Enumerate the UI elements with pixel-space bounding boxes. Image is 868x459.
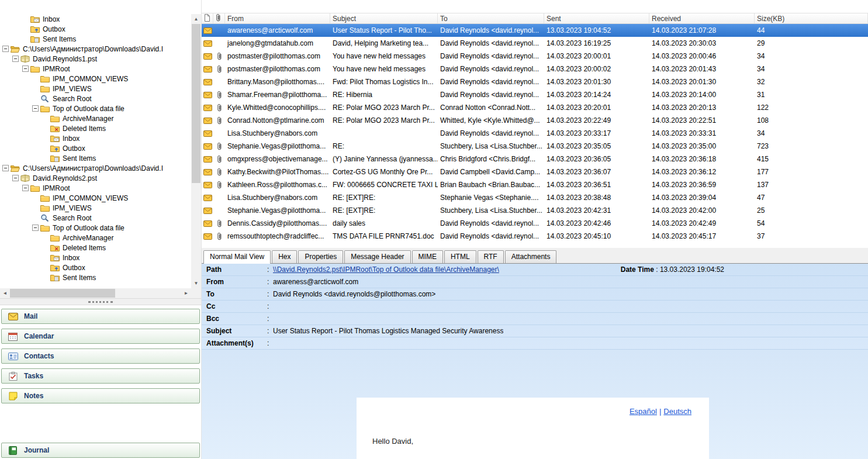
collapse-expander-icon[interactable] [2,165,9,171]
tab-mime[interactable]: MIME [412,250,443,263]
column-header-subject[interactable]: Subject [330,13,438,23]
folder-icon [30,65,40,73]
tree-item-ipm-views[interactable]: IPM_VIEWS [0,84,191,94]
scroll-up-arrow-icon[interactable]: ▲ [191,14,201,24]
tree-item-david-reynolds1-pst[interactable]: David.Reynolds1.pst [0,54,191,64]
tree-item-david-reynolds2-pst[interactable]: David.Reynolds2.pst [0,173,191,183]
mail-row[interactable]: Conrad.Notton@ptlmarine.comRE: Polar MGO… [202,114,868,127]
mail-row[interactable]: Shamar.Freeman@pilotthoma...RE: Hibernia… [202,88,868,101]
collapse-expander-icon[interactable] [12,56,19,62]
tree-item-sent-items[interactable]: Sent Items [0,153,191,163]
tree-item-inbox[interactable]: Inbox [0,133,191,143]
cell-size: 723 [755,142,868,150]
scroll-right-arrow-icon[interactable]: ► [181,288,191,298]
tree-vertical-scrollbar[interactable]: ▲ ▼ [191,14,201,288]
tree-item-top-of-outlook-data-file[interactable]: Top of Outlook data file [0,223,191,233]
tab-hex[interactable]: Hex [272,250,297,263]
folder-tree: InboxOutboxSent ItemsC:\Users\Администра… [0,14,191,288]
mail-row[interactable]: Lisa.Stuchbery@nabors.comRE: [EXT]RE:Ste… [202,191,868,204]
scroll-left-arrow-icon[interactable]: ◄ [0,288,10,298]
tree-item-inbox[interactable]: Inbox [0,253,191,263]
vertical-scrollbar-thumb[interactable] [192,24,200,183]
tree-item-ipm-views[interactable]: IPM_VIEWS [0,203,191,213]
collapse-expander-icon[interactable] [22,185,29,191]
tab-html[interactable]: HTML [444,250,476,263]
mail-row[interactable]: Stephanie.Vegas@pilotthoma...RE:Stuchber… [202,140,868,153]
mail-row[interactable]: Stephanie.Vegas@pilotthoma...RE: [EXT]RE… [202,204,868,217]
tree-item-archivemanager[interactable]: ArchiveManager [0,233,191,243]
mail-row[interactable]: omgxpress@objectivemanage...(Y) Janine Y… [202,153,868,165]
doc-column-header[interactable] [202,13,213,23]
column-header-received[interactable]: Received [649,13,755,23]
language-link-espanol[interactable]: Español [630,407,657,416]
mail-row[interactable]: janelong@gtmdatahub.comDavid, Helping Ma… [202,37,868,50]
nav-button-journal[interactable]: Journal [1,443,200,458]
cell-subject: Cortez-GS UG Monthly Ore Pr... [330,168,438,176]
tree-item-label: David.Reynolds1.pst [33,55,97,63]
outbox-icon [50,144,60,152]
mail-row[interactable]: postmaster@pilotthomas.comYou have new h… [202,50,868,63]
nav-button-calendar[interactable]: Calendar [1,329,200,344]
tree-item-archivemanager[interactable]: ArchiveManager [0,113,191,123]
tree-item-deleted-items[interactable]: Deleted Items [0,123,191,133]
tab-attachments[interactable]: Attachments [505,250,557,263]
tree-item-outbox[interactable]: Outbox [0,143,191,153]
mail-row[interactable]: Kathy.Beckwith@PilotThomas....Cortez-GS … [202,165,868,178]
language-link-deutsch[interactable]: Deutsch [663,407,691,416]
tab-properties[interactable]: Properties [298,250,343,263]
collapse-expander-icon[interactable] [12,175,19,181]
tree-item-outbox[interactable]: Outbox [0,263,191,272]
mail-row[interactable]: Lisa.Stuchbery@nabors.comDavid Reynolds … [202,127,868,140]
tree-item-ipm-common-views[interactable]: IPM_COMMON_VIEWS [0,193,191,203]
expander-spacer [42,125,49,132]
nav-button-mail[interactable]: Mail [1,309,200,324]
cell-subject: David, Helping Marketing tea... [330,39,438,47]
tree-item-ipmroot[interactable]: IPMRoot [0,64,191,74]
tab-normal-mail-view[interactable]: Normal Mail View [203,250,271,264]
nav-button-tasks[interactable]: Tasks [1,368,200,384]
mail-row[interactable]: postmaster@pilotthomas.comYou have new h… [202,63,868,75]
tree-item-top-of-outlook-data-file[interactable]: Top of Outlook data file [0,103,191,113]
detail-value-path[interactable]: \\David.Reynolds2.pst\IPMRoot\Top of Out… [273,265,499,274]
tree-item-deleted-items[interactable]: Deleted Items [0,243,191,253]
collapse-expander-icon[interactable] [32,225,39,231]
vertical-scrollbar-track[interactable] [191,183,201,278]
column-header-to[interactable]: To [438,13,544,23]
tree-item-ipm-common-views[interactable]: IPM_COMMON_VIEWS [0,74,191,84]
tree-item-outbox[interactable]: Outbox [0,24,191,34]
mail-row[interactable]: Dennis.Cassidy@pilotthomas....daily sale… [202,217,868,230]
tree-item-c-users-downloads-david-i[interactable]: C:\Users\Администратор\Downloads\David.I [0,44,191,54]
column-header-size-kb[interactable]: Size(KB) [755,13,868,23]
collapse-expander-icon[interactable] [22,65,29,72]
clip-column-header[interactable] [213,13,225,23]
tab-message-header[interactable]: Message Header [344,250,410,263]
mail-row[interactable]: awareness@arcticwolf.comUser Status Repo… [202,24,868,37]
tree-item-sent-items[interactable]: Sent Items [0,34,191,44]
tree-item-label: Top of Outlook data file [53,224,125,232]
tree-item-search-root[interactable]: Search Root [0,94,191,103]
tree-item-search-root[interactable]: Search Root [0,213,191,223]
nav-button-notes[interactable]: Notes [1,388,200,403]
pane-splitter[interactable] [0,298,201,305]
outbox-icon [30,25,40,33]
mail-row[interactable]: Brittany.Mason@pilotthomas....Fwd: Pilot… [202,75,868,88]
scroll-down-arrow-icon[interactable]: ▼ [191,278,201,288]
tree-horizontal-scrollbar[interactable]: ◄ ► [0,288,191,298]
collapse-expander-icon[interactable] [2,46,9,52]
nav-button-contacts[interactable]: Contacts [1,348,200,364]
tree-item-sent-items[interactable]: Sent Items [0,272,191,282]
tree-item-c-users-downloads-david-i[interactable]: C:\Users\Администратор\Downloads\David.I [0,163,191,173]
mail-row[interactable]: Kathleen.Ross@pilotthomas.c...FW: 000666… [202,178,868,191]
mail-row[interactable]: remssouthtoptech@radcliffec...TMS DATA F… [202,230,868,243]
tree-item-ipmroot[interactable]: IPMRoot [0,183,191,193]
mail-row[interactable]: Kyle.Whitted@conocophillips....RE: Polar… [202,101,868,114]
cell-subject: You have new held messages [330,65,438,73]
column-header-sent[interactable]: Sent [544,13,649,23]
tree-item-inbox[interactable]: Inbox [0,14,191,24]
cell-to: David Reynolds <david.reynol... [438,26,544,34]
horizontal-scrollbar-thumb[interactable] [10,289,115,298]
horizontal-scrollbar-track[interactable] [115,288,181,298]
tab-rtf[interactable]: RTF [478,250,504,263]
collapse-expander-icon[interactable] [32,105,39,112]
column-header-from[interactable]: From [225,13,330,23]
